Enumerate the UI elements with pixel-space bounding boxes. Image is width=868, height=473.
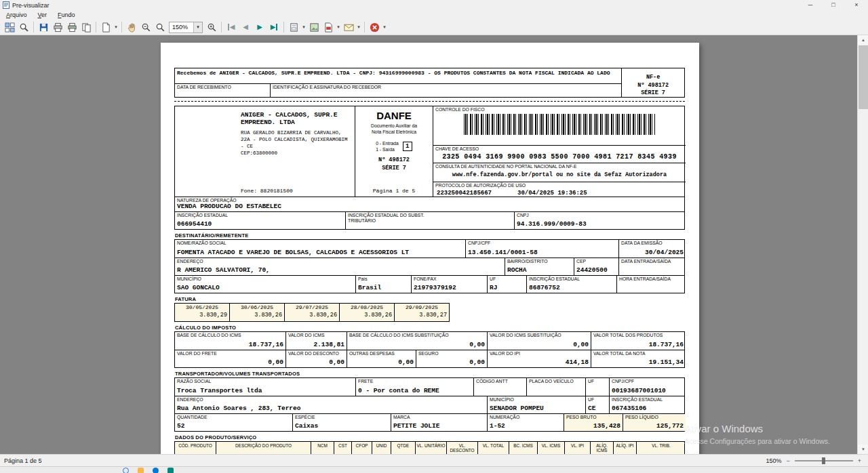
danfe-header-block: ANIGER - CALCADOS, SUPR.E EMPREEND. LTDA…	[174, 106, 685, 230]
transp-especie-cell: ESPÉCIECaixas	[292, 414, 391, 431]
chave-acesso-label: CHAVE DE ACESSO	[435, 146, 684, 152]
danfe-serie: SÉRIE 7	[378, 165, 410, 172]
danfe-page: Recebemos de ANIGER - CALCADOS, SUPR.E E…	[161, 43, 699, 454]
ie-subst-cell: INSCRIÇÃO ESTADUAL DO SUBST. TRIBUTÁRIO	[345, 212, 514, 229]
first-page-icon[interactable]: ◀	[224, 21, 238, 34]
danfe-box: DANFE Documento Auxiliar da Nota Fiscal …	[355, 106, 433, 197]
zoom-out-icon[interactable]	[139, 21, 153, 34]
vertical-scrollbar[interactable]: ▲ ▼	[857, 35, 868, 454]
zoom-slider-thumb[interactable]	[822, 457, 825, 464]
close-preview-caret-icon[interactable]: ▾	[382, 24, 387, 30]
nfe-titulo: NF-e	[646, 74, 660, 81]
status-page-indicator: Página 1 de 5	[4, 457, 42, 464]
app-icon	[3, 1, 9, 9]
dest-bairro-label: BAIRRO/DISTRITO	[507, 259, 572, 264]
page-setup-icon[interactable]	[287, 21, 300, 34]
close-button[interactable]: ×	[845, 0, 868, 10]
taskbar-app-icon[interactable]	[167, 468, 174, 473]
valor-desconto-cell: VALOR DO DESCONTO0,00	[285, 350, 347, 367]
danfe-numero: Nº 498172	[378, 157, 410, 164]
zoom-normal-icon[interactable]	[153, 21, 167, 34]
bc-icms-st-label: BASE DE CÁLCULO DO ICMS SUBSTITUIÇÃO	[349, 333, 485, 338]
transp-razao-label: RAZÃO SOCIAL	[177, 379, 353, 384]
transp-peso-bruto-valor: 135,428	[566, 423, 620, 430]
taskbar-browser-icon[interactable]	[153, 468, 159, 473]
taskbar-folder-icon[interactable]	[138, 468, 144, 473]
danfe-canhoto: Recebemos de ANIGER - CALCADOS, SUPR.E E…	[174, 68, 685, 98]
col-vl-ipi: VL. IPI	[564, 442, 590, 454]
fisco-box: CONTROLE DO FISCO CHAVE DE ACESSO 2325 0…	[433, 106, 686, 197]
next-page-icon[interactable]: ▶	[253, 21, 267, 34]
valor-icms-label: VALOR DO ICMS	[288, 333, 344, 338]
protocolo-numero: 223250042185667	[437, 190, 492, 197]
col-descricao: DESCRIÇÃO DO PRODUTO	[216, 442, 311, 454]
export-pdf-icon[interactable]	[321, 21, 335, 34]
zoom-combobox[interactable]: 150% ▾	[169, 22, 203, 33]
scroll-down-icon[interactable]: ▼	[858, 445, 868, 454]
minimize-button[interactable]: ─	[799, 0, 822, 10]
barcode	[464, 114, 655, 135]
print-icon[interactable]	[51, 21, 64, 34]
scrollbar-thumb[interactable]	[859, 45, 868, 109]
transp-ie-cell: INSCRIÇÃO ESTADUAL067435106	[609, 396, 686, 413]
dest-endereco-valor: R AMERICO SALVATORI, 70,	[177, 267, 502, 274]
zoom-minus-icon[interactable]: −	[786, 457, 789, 464]
taskbar-search-icon[interactable]	[123, 468, 129, 473]
background-icon[interactable]	[307, 21, 321, 34]
zoom-in-icon[interactable]	[205, 21, 218, 34]
bc-icms-valor: 18.737,16	[177, 342, 283, 349]
copy-page-icon[interactable]	[79, 21, 93, 34]
hand-pan-icon[interactable]	[125, 21, 138, 34]
danfe-titulo: DANFE	[376, 110, 412, 121]
transp-municipio-cell: MUNICÍPIOSENADOR POMPEU	[487, 396, 585, 413]
thumbnails-icon[interactable]	[3, 21, 16, 34]
menu-ver[interactable]: Ver	[38, 12, 47, 18]
transp-municipio-label: MUNICÍPIO	[490, 397, 583, 403]
zoom-plus-icon[interactable]: +	[858, 457, 861, 464]
consulta-label: CONSULTA DE AUTENTICIDADE NO PORTAL NACI…	[435, 164, 684, 169]
seguro-label: SEGURO	[418, 351, 485, 356]
transp-peso-bruto-label: PESO BRUTO	[566, 415, 620, 420]
search-icon[interactable]	[17, 21, 31, 34]
destinatario-titulo: DESTINATÁRIO/REMETENTE	[175, 232, 685, 239]
fatura-parcela: 30/05/2025 3.830,29	[174, 303, 230, 322]
parcela-valor: 3.830,27	[397, 312, 447, 318]
page-layout-icon[interactable]	[99, 21, 113, 34]
close-preview-icon[interactable]	[368, 21, 381, 34]
danfe-pagina: Página 1 de 5	[373, 188, 415, 194]
nfe-serie: SÉRIE 7	[622, 89, 684, 97]
col-vl-unitario: VL. UNITÁRIO	[415, 442, 446, 454]
protocolo-label: PROTOCOLO DE AUTORIZAÇÃO DE USO	[435, 183, 684, 188]
dest-fone-valor: 21979379192	[414, 285, 485, 292]
page-layout-caret-icon[interactable]: ▾	[113, 24, 119, 30]
dest-nome-label: NOME/RAZÃO SOCIAL	[177, 241, 463, 246]
col-vl-total: VL. TOTAL	[477, 442, 509, 454]
menu-arquivo[interactable]: Arquivo	[6, 12, 27, 18]
email-caret-icon[interactable]: ▾	[356, 24, 361, 30]
transp-qtd-valor: 52	[177, 423, 290, 430]
email-icon[interactable]	[342, 21, 355, 34]
dest-cep-valor: 24420500	[576, 267, 616, 274]
document-area[interactable]: Recebemos de ANIGER - CALCADOS, SUPR.E E…	[0, 35, 868, 454]
dest-uf-label: UF	[490, 276, 524, 282]
dest-endereco-label: ENDEREÇO	[177, 259, 502, 264]
scroll-up-icon[interactable]: ▲	[858, 35, 868, 45]
page-setup-caret-icon[interactable]: ▾	[301, 24, 307, 30]
inscricao-estadual-cell: INSCRIÇÃO ESTADUAL 066954410	[175, 212, 345, 229]
col-vl-trib: VL. TRIB.	[636, 442, 686, 454]
zoom-slider[interactable]	[795, 460, 853, 461]
valor-frete-cell: VALOR DO FRETE0,00	[175, 350, 285, 367]
print-dialog-icon[interactable]	[65, 21, 79, 34]
zoom-combobox-dropdown-icon[interactable]: ▾	[193, 22, 202, 33]
cnpj-valor: 94.316.999/0009-83	[517, 221, 684, 228]
maximize-button[interactable]: □	[822, 0, 845, 10]
transp-uf-label: UF	[588, 379, 607, 384]
windows-activation-watermark: Ativar o Windows Acesse Configurações pa…	[684, 423, 830, 445]
last-page-icon[interactable]: ▶	[267, 21, 281, 34]
total-nota-label: VALOR TOTAL DA NOTA	[593, 351, 684, 356]
prev-page-icon[interactable]: ◀	[239, 21, 252, 34]
save-icon[interactable]	[37, 21, 50, 34]
menu-fundo[interactable]: Fundo	[58, 12, 75, 18]
canhoto-nfe-box: NF-e Nº 498172 SÉRIE 7	[621, 68, 684, 97]
export-caret-icon[interactable]: ▾	[336, 24, 341, 30]
